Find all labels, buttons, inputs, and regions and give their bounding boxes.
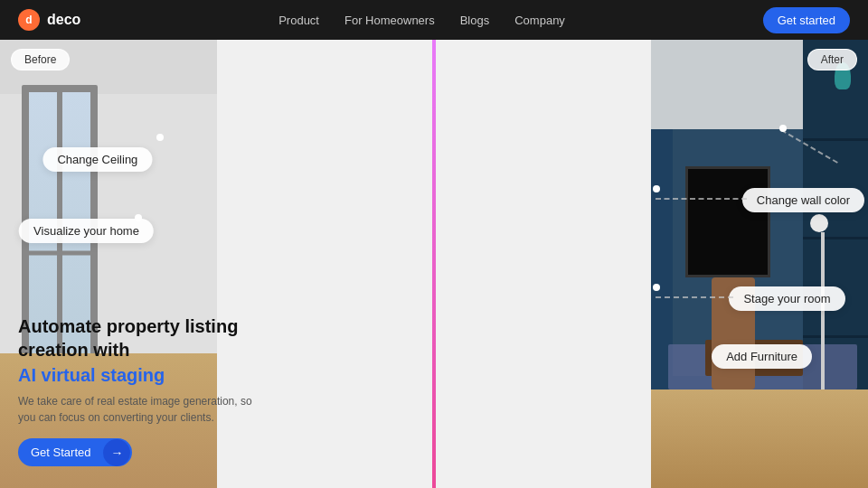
dashed-stage	[656, 296, 733, 298]
nav-blogs[interactable]: Blogs	[460, 14, 490, 27]
dashed-wall	[656, 198, 747, 200]
logo: d deco	[18, 9, 80, 31]
nav-company[interactable]: Company	[514, 14, 565, 27]
tv-screen	[685, 166, 770, 277]
add-furniture-label: Add Furniture	[712, 344, 812, 369]
hero-cta-label: Get Started	[18, 438, 103, 466]
change-ceiling-label: Change Ceiling	[42, 147, 152, 172]
shelf-2	[803, 237, 868, 239]
main-section: Before Change Ceiling Visualize your hom…	[0, 40, 868, 488]
lamp-head	[810, 214, 828, 232]
before-badge: Before	[11, 49, 70, 70]
after-image: After Change wall color Stage your room …	[651, 40, 868, 488]
shelf-1	[803, 138, 868, 141]
after-floor	[651, 389, 868, 488]
visualize-home-label: Visualize your home	[19, 219, 154, 243]
hero-cta-button[interactable]: Get Started →	[18, 438, 132, 466]
shelf-3	[803, 335, 868, 338]
logo-text: deco	[47, 12, 80, 28]
before-after-divider	[432, 40, 436, 488]
logo-icon: d	[18, 9, 40, 31]
hero-cta-arrow-icon: →	[103, 439, 130, 466]
lamp-stand	[821, 232, 825, 389]
navbar: d deco Product For Homeowners Blogs Comp…	[0, 0, 868, 40]
stage-room-label: Stage your room	[729, 286, 844, 311]
nav-links: Product For Homeowners Blogs Company	[278, 14, 565, 27]
headline-line1: Automate property listing creation with	[18, 314, 271, 361]
dot-add	[779, 125, 787, 132]
after-badge: After	[807, 49, 857, 70]
left-panel: Automate property listing creation with …	[0, 314, 289, 488]
subtext: We take care of real estate image genera…	[18, 393, 271, 426]
change-wall-color-label: Change wall color	[742, 188, 864, 212]
window-divider-h	[29, 250, 90, 255]
nav-cta-button[interactable]: Get started	[763, 7, 850, 33]
dot-ceiling	[156, 134, 164, 141]
nav-homeowners[interactable]: For Homeowners	[344, 14, 435, 27]
headline-line2: AI virtual staging	[18, 365, 271, 386]
nav-product[interactable]: Product	[278, 14, 319, 27]
